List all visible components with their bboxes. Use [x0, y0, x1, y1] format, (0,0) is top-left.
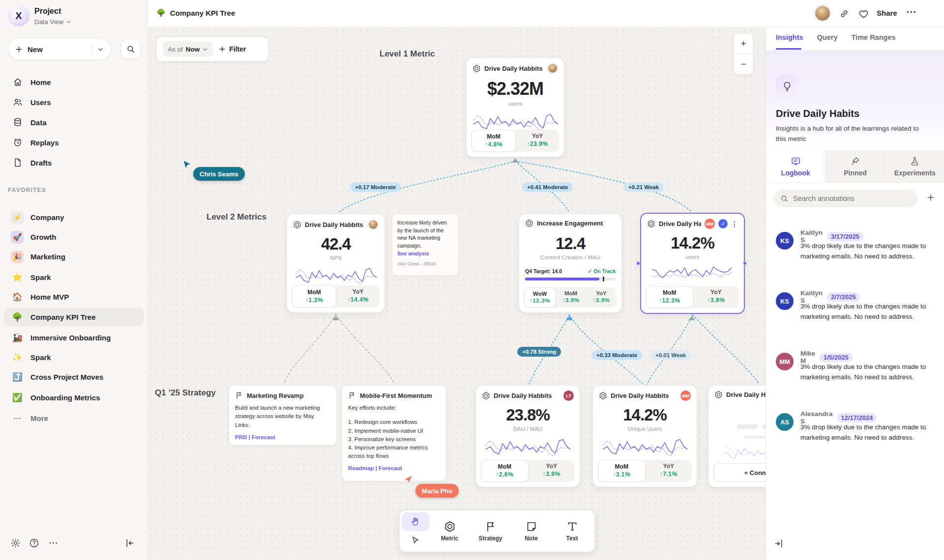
insights-metric-title: Drive Daily Habits: [776, 108, 859, 119]
pin-icon: [850, 156, 860, 167]
metric-card-nps[interactable]: Drive Daily Habbits 42.4 NPS MoM ↑1.3% Y…: [287, 214, 385, 313]
correlation-badge[interactable]: +0.01 Weak: [650, 350, 691, 360]
collapse-branch-toggle[interactable]: [566, 316, 573, 320]
stat-wow[interactable]: WoW ↑12.3%: [524, 287, 556, 308]
text-tool-button[interactable]: Text: [552, 512, 592, 550]
subtab-pinned[interactable]: Pinned: [826, 150, 885, 182]
add-annotation-button[interactable]: [926, 193, 936, 202]
correlation-badge[interactable]: +0.33 Moderate: [591, 350, 642, 360]
metric-card-level1[interactable]: Drive Daily Habbits $2.32M users MoM ↑4.…: [466, 57, 564, 157]
sidebar-fav-home-mvp[interactable]: 🏠 Home MVP: [4, 288, 144, 306]
tab-query[interactable]: Query: [817, 33, 838, 41]
sidebar-fav-growth[interactable]: 🚀 Growth: [4, 228, 144, 246]
help-button[interactable]: [28, 536, 40, 549]
sidebar-fav-cross-project-moves[interactable]: ⤴️ Cross Project Moves: [4, 368, 144, 386]
metric-value: 23.8%: [482, 406, 574, 424]
selection-handle[interactable]: [636, 261, 640, 265]
ellipsis-icon: [11, 414, 24, 423]
correlation-badge[interactable]: +0.78 Strong: [517, 347, 561, 357]
settings-button[interactable]: [9, 536, 22, 549]
subtab-experiments[interactable]: Experiments: [885, 150, 944, 182]
stat-yoy[interactable]: YoY ↑3.9%: [586, 287, 617, 308]
metric-tool-button[interactable]: Metric: [429, 512, 470, 550]
subtab-logbook[interactable]: Logbook: [766, 150, 826, 182]
see-analysis-link[interactable]: See analysis: [397, 251, 453, 256]
metric-card-unique-users[interactable]: Drive Daily Habbits MM 14.2% Unique User…: [592, 385, 697, 487]
workspace-logo[interactable]: X: [8, 5, 30, 27]
zoom-out-button[interactable]: −: [734, 54, 753, 75]
stat-yoy[interactable]: YoY ↑7.1%: [646, 460, 692, 482]
stat-mom[interactable]: MoM ↑12.3%: [646, 286, 693, 308]
stat-yoy[interactable]: YoY ↑14.4%: [336, 285, 380, 308]
metric-card-empty[interactable]: Drive Daily Hab + Connect: [708, 385, 766, 487]
sidebar-fav-onboarding-metrics[interactable]: ✅ Onboarding Metrics: [4, 389, 144, 407]
sidebar-fav-spark-2[interactable]: ✨ Spark: [4, 348, 144, 366]
collapse-panel-button[interactable]: [774, 538, 784, 549]
stat-mom[interactable]: MoM ↑1.3%: [292, 285, 336, 308]
annotation-search-input[interactable]: [793, 195, 901, 202]
select-tool-button[interactable]: [402, 531, 429, 550]
correlation-badge[interactable]: +0.21 Weak: [623, 182, 664, 192]
tab-time-ranges[interactable]: Time Ranges: [852, 33, 896, 41]
strategy-note-marketing[interactable]: Marketing Revamp Build and launch a new …: [229, 385, 337, 446]
date-badge: 1/5/2025: [820, 353, 853, 362]
as-of-selector[interactable]: As of Now: [163, 41, 213, 57]
sidebar-fav-immersive-onboarding[interactable]: 🚂 Immersive Onboarding: [4, 329, 144, 347]
stat-toggle: MoM ↑3.1% YoY ↑7.1%: [598, 460, 692, 482]
zoom-in-button[interactable]: +: [734, 34, 753, 54]
user-avatar[interactable]: [814, 5, 831, 22]
correlation-badge[interactable]: +0.41 Moderate: [522, 182, 573, 192]
metric-card-dau[interactable]: Drive Daily Habbits LT 23.8% DAU / MAU M…: [475, 385, 580, 487]
connect-button[interactable]: + Connect: [713, 463, 766, 482]
annotation-search[interactable]: [774, 190, 917, 207]
note-links[interactable]: PRD | Forecast: [235, 434, 330, 440]
sidebar-fav-company-kpi-tree[interactable]: 🌳 Company KPI Tree: [4, 308, 144, 326]
selection-handle[interactable]: [743, 261, 747, 265]
overflow-menu-button[interactable]: ⋯: [906, 6, 916, 18]
flag-icon: [485, 521, 497, 532]
sidebar-fav-spark[interactable]: ⭐ Spark: [4, 268, 144, 286]
kebab-menu-icon[interactable]: ⋮: [731, 220, 738, 228]
stat-mom[interactable]: MoM ↑3.1%: [598, 460, 646, 482]
note-list-item: 2. Implement mobile-native UI: [348, 427, 440, 435]
metric-card-engagement[interactable]: Increase Engagement 12.4 Content Creatio…: [519, 214, 622, 313]
note-links[interactable]: Roadmap | Forecast: [348, 465, 440, 471]
hand-tool-button[interactable]: [402, 512, 429, 531]
note-tool-button[interactable]: Note: [511, 512, 552, 550]
collapse-sidebar-button[interactable]: [123, 536, 136, 549]
share-button[interactable]: Share: [877, 9, 897, 17]
favorite-button[interactable]: [857, 7, 870, 20]
chevron-down-icon[interactable]: [97, 46, 104, 53]
collapse-branch-toggle[interactable]: [512, 158, 519, 163]
sidebar-item-data[interactable]: Data: [4, 113, 144, 132]
copy-link-button[interactable]: [838, 7, 851, 20]
workspace-switcher[interactable]: Data View: [34, 18, 71, 26]
sidebar-item-replays[interactable]: Replays: [4, 133, 144, 152]
stat-toggle: MoM ↑12.3% YoY ↑3.9%: [646, 286, 739, 308]
stat-mom[interactable]: MoM ↑2.6%: [481, 460, 529, 482]
sidebar-search-button[interactable]: [121, 39, 141, 59]
correlation-badge[interactable]: +0.17 Moderate: [350, 182, 401, 192]
sidebar-item-drafts[interactable]: Drafts: [4, 153, 144, 172]
collapse-branch-toggle[interactable]: [688, 316, 695, 320]
annotation-note[interactable]: Increase likely driven by the launch of …: [392, 214, 459, 276]
stat-mom[interactable]: MoM ↑3.9%: [556, 287, 586, 308]
sidebar-item-users[interactable]: Users: [4, 93, 144, 112]
stat-yoy[interactable]: YoY ↑3.9%: [693, 286, 739, 308]
tab-insights[interactable]: Insights: [776, 33, 803, 41]
strategy-tool-button[interactable]: Strategy: [470, 512, 511, 550]
strategy-note-mobile[interactable]: Mobile-First Momentum Key efforts includ…: [342, 385, 446, 481]
stat-yoy[interactable]: YoY ↑3.9%: [529, 460, 575, 482]
sidebar-overflow-button[interactable]: [47, 536, 59, 549]
filter-button[interactable]: Filter: [219, 45, 246, 53]
kpi-tree-canvas[interactable]: Level 1 Metric Level 2 Metrics Q1 ’25 St…: [148, 28, 766, 560]
sidebar-fav-company[interactable]: ⚡ Company: [4, 208, 144, 226]
sidebar-fav-marketing[interactable]: 🎉 Marketing: [4, 248, 144, 266]
stat-yoy[interactable]: YoY ↑23.9%: [516, 130, 559, 152]
metric-card-selected[interactable]: Drive Daily Habb.. MM ✓ ⋮ 14.2% users Mo…: [640, 213, 745, 314]
sidebar-more-button[interactable]: More: [4, 409, 144, 427]
sidebar-item-home[interactable]: Home: [4, 73, 144, 91]
stat-mom[interactable]: MoM ↑4.8%: [472, 130, 516, 152]
collapse-branch-toggle[interactable]: [332, 316, 339, 320]
new-button[interactable]: New: [8, 38, 111, 60]
